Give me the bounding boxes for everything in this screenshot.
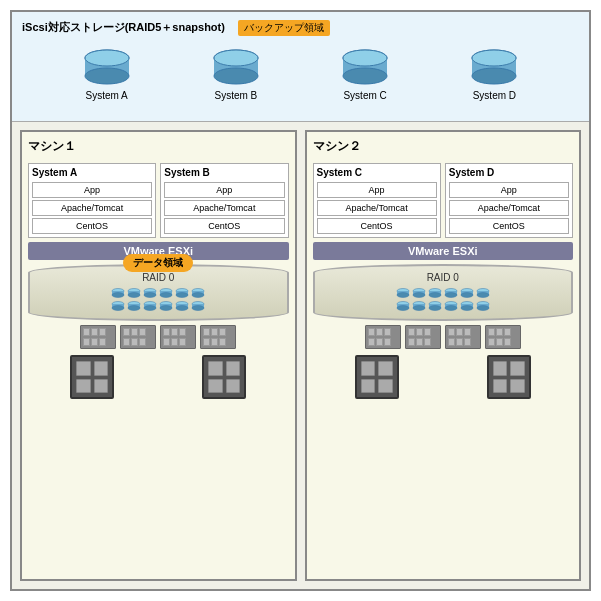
hw-cell [203,328,210,336]
svg-point-2 [85,68,129,84]
machine1-system-b-centos: CentOS [164,218,284,234]
cylinder-icon-d [466,48,522,86]
svg-point-45 [160,306,172,311]
storage-title: iScsi対応ストレージ(RAID5＋snapshot) [22,20,225,35]
hw-cell [384,328,391,336]
machine2-system-d-tomcat: Apache/Tomcat [449,200,569,216]
hw-unit [200,325,236,349]
machine2-raid-container: RAID 0 [313,264,574,321]
svg-point-42 [144,306,156,311]
switch-cell [510,379,525,394]
mini-disk-icon [159,301,173,311]
svg-point-14 [472,68,516,84]
hw-cell [504,328,511,336]
machine1-raid-area: データ領域 RAID 0 [28,264,289,573]
machine1-raid-label: RAID 0 [142,272,174,283]
switch-cell [208,361,223,376]
svg-point-39 [128,306,140,311]
switch-cell [493,361,508,376]
machine2-system-c-centos: CentOS [317,218,437,234]
machine2-system-d-centos: CentOS [449,218,569,234]
mini-disk-icon [412,301,426,311]
hw-cell [416,328,423,336]
hw-cell [424,328,431,336]
machine2-system-d-title: System D [449,167,569,178]
mini-disk-icon [159,288,173,298]
machine1-disks-row1 [111,288,205,298]
svg-point-21 [128,293,140,298]
machine2-system-c: System C App Apache/Tomcat CentOS [313,163,441,238]
hw-cell [91,338,98,346]
hw-unit [80,325,116,349]
svg-point-57 [413,293,425,298]
svg-point-3 [85,50,129,66]
switch-cell [510,361,525,376]
svg-point-51 [192,306,204,311]
machine2-disks-row1 [396,288,490,298]
mini-disk-icon [143,288,157,298]
machine2-system-c-tomcat: Apache/Tomcat [317,200,437,216]
storage-system-b-label: System B [214,90,257,101]
switch-cell [76,361,91,376]
hw-cell [496,328,503,336]
hw-cell [139,338,146,346]
mini-disk-icon [175,288,189,298]
hw-cell [416,338,423,346]
machine1-system-b-app: App [164,182,284,198]
svg-point-11 [343,50,387,66]
mini-disk-icon [428,301,442,311]
hw-cell [83,338,90,346]
machine1-disks-row2 [111,301,205,311]
machine2-system-d-app: App [449,182,569,198]
svg-point-69 [477,293,489,298]
machine2-raid-area: RAID 0 [313,264,574,573]
machine2-vmware-bar: VMware ESXi [313,242,574,260]
main-container: iScsi対応ストレージ(RAID5＋snapshot) バックアップ領域 Sy… [10,10,591,591]
hw-cell [99,338,106,346]
machine2-system-c-title: System C [317,167,437,178]
mini-disk-icon [396,301,410,311]
cylinder-icon-b [208,48,264,86]
hw-cell [211,328,218,336]
hw-unit [405,325,441,349]
machine1-hardware-row [28,325,289,349]
switch-cell [226,379,241,394]
svg-point-10 [343,68,387,84]
svg-point-60 [429,293,441,298]
switch-cell [378,361,393,376]
hw-cell [408,338,415,346]
hw-cell [123,338,130,346]
hw-cell [368,328,375,336]
mini-disk-icon [412,288,426,298]
hw-cell [219,338,226,346]
mini-disk-icon [143,301,157,311]
hw-cell [83,328,90,336]
storage-system-b: System B [208,48,264,101]
svg-point-87 [477,306,489,311]
mini-disk-icon [396,288,410,298]
storage-system-a-label: System A [86,90,128,101]
mini-disk-icon [127,288,141,298]
machine2-raid-label: RAID 0 [427,272,459,283]
hw-cell [171,338,178,346]
switch-cell [226,361,241,376]
hw-cell [456,328,463,336]
cylinders-row: System A System B [22,48,579,101]
machine2-system-d: System D App Apache/Tomcat CentOS [445,163,573,238]
hw-cell [448,338,455,346]
switch-cell [361,361,376,376]
svg-point-18 [112,293,124,298]
switch-cell [378,379,393,394]
mini-disk-icon [476,301,490,311]
svg-point-75 [413,306,425,311]
mini-disk-icon [191,288,205,298]
machine1-system-a-title: System A [32,167,152,178]
machine1-system-a: System A App Apache/Tomcat CentOS [28,163,156,238]
hw-cell [179,328,186,336]
machine1-box: マシン１ System A App Apache/Tomcat CentOS S… [20,130,297,581]
switch-cell [94,361,109,376]
machine1-raid-container: RAID 0 [28,264,289,321]
mini-disk-icon [111,301,125,311]
hw-cell [123,328,130,336]
hw-cell [368,338,375,346]
